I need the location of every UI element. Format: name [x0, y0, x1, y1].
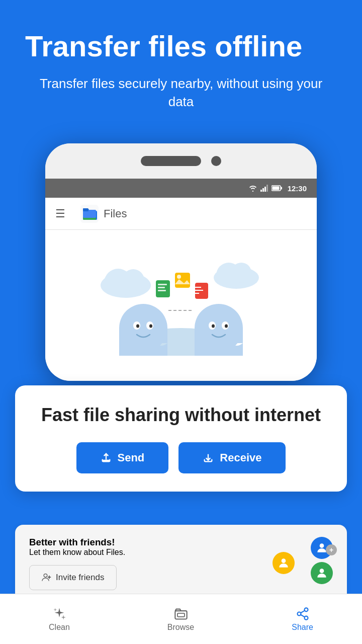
svg-rect-51 [177, 613, 185, 616]
svg-rect-13 [83, 210, 88, 211]
svg-point-25 [136, 325, 139, 328]
signal-icon [260, 185, 268, 192]
svg-rect-34 [156, 280, 170, 297]
svg-rect-49 [175, 611, 187, 619]
svg-rect-5 [272, 187, 279, 190]
svg-rect-35 [158, 284, 167, 285]
svg-point-43 [44, 574, 47, 578]
svg-point-53 [297, 612, 301, 615]
svg-point-46 [320, 543, 324, 548]
app-bar: ☰ Fil [45, 198, 317, 230]
friends-card: Better with friends! Let them know about… [15, 525, 347, 602]
phone-frame: 12:30 ☰ [45, 143, 317, 381]
svg-point-52 [304, 608, 308, 611]
receive-button[interactable]: Receive [178, 442, 286, 473]
app-name-label: Files [104, 207, 127, 220]
sharing-buttons: Send Receive [40, 442, 322, 473]
send-icon [101, 452, 112, 463]
svg-point-19 [231, 263, 251, 283]
menu-icon[interactable]: ☰ [55, 207, 65, 220]
svg-rect-6 [281, 187, 282, 190]
svg-point-39 [177, 275, 181, 279]
svg-line-56 [301, 610, 305, 613]
clean-nav-label: Clean [49, 623, 70, 632]
svg-point-26 [149, 325, 152, 328]
receive-label: Receive [220, 451, 261, 464]
svg-line-55 [301, 614, 305, 617]
svg-point-32 [225, 325, 228, 328]
share-nav-label: Share [292, 623, 313, 632]
browse-icon [174, 607, 188, 621]
add-friend-icon: + [326, 544, 337, 555]
files-logo-icon [80, 205, 99, 223]
svg-rect-3 [266, 185, 268, 192]
svg-rect-38 [175, 273, 190, 288]
svg-point-47 [282, 558, 286, 563]
hero-subtitle: Transfer files securely nearby, without … [0, 62, 362, 111]
invite-label: Invite friends [56, 573, 104, 583]
hero-title: Transfer files offline [0, 0, 362, 62]
avatar-group: + [273, 537, 333, 577]
sharing-illustration [85, 255, 277, 356]
send-button[interactable]: Send [76, 442, 169, 473]
status-icons: 12:30 [248, 184, 307, 193]
phone-illustration [45, 230, 317, 381]
clean-icon [52, 607, 66, 621]
nav-item-share[interactable]: Share [292, 607, 313, 632]
sharing-popup-card: Fast file sharing without internet Send [15, 385, 347, 492]
phone-top-bar [45, 143, 317, 179]
phone-camera [211, 156, 221, 166]
browse-nav-label: Browse [167, 623, 194, 632]
send-label: Send [118, 451, 145, 464]
svg-point-54 [304, 616, 308, 619]
svg-rect-36 [158, 287, 165, 288]
friends-title: Better with friends! [29, 537, 273, 548]
wifi-icon [248, 185, 257, 192]
phone-mockup: 12:30 ☰ [45, 143, 317, 381]
bottom-nav: Clean Browse Share [0, 594, 362, 644]
battery-icon [272, 185, 283, 191]
share-icon [296, 607, 310, 621]
svg-point-48 [320, 569, 324, 573]
nav-item-browse[interactable]: Browse [167, 607, 194, 632]
app-logo: Files [80, 205, 127, 223]
svg-point-16 [122, 269, 144, 291]
nav-item-clean[interactable]: Clean [49, 607, 70, 632]
svg-rect-37 [158, 290, 166, 291]
avatar-yellow [273, 552, 295, 574]
invite-friends-button[interactable]: Invite friends [29, 565, 117, 590]
svg-point-31 [212, 325, 215, 328]
sharing-title: Fast file sharing without internet [40, 404, 322, 427]
receive-icon [203, 452, 214, 463]
svg-rect-2 [264, 187, 266, 192]
friends-subtitle: Let them know about Files. [29, 548, 273, 557]
svg-rect-1 [262, 188, 264, 192]
app-background: Transfer files offline Transfer files se… [0, 0, 362, 644]
avatar-green [311, 562, 333, 584]
friends-text-area: Better with friends! Let them know about… [29, 537, 273, 590]
person-icon-green [315, 567, 328, 580]
svg-rect-0 [260, 190, 262, 192]
status-bar: 12:30 [45, 179, 317, 198]
status-time: 12:30 [288, 184, 307, 193]
phone-speaker [141, 156, 201, 166]
invite-icon [42, 573, 52, 583]
person-icon-yellow [277, 556, 290, 570]
